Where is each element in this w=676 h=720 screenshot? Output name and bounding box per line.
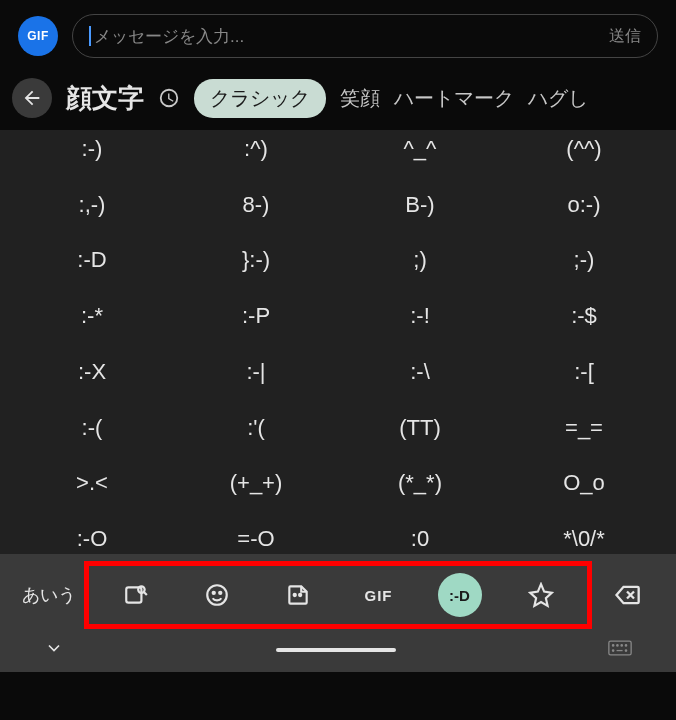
arrow-left-icon: [21, 87, 43, 109]
backspace-button[interactable]: [592, 581, 662, 609]
backspace-icon: [613, 581, 641, 609]
emoticon-cell[interactable]: ;-): [502, 246, 666, 276]
emoticon-cell[interactable]: :-$: [502, 301, 666, 331]
emoji-icon: [204, 582, 230, 608]
gif-chip[interactable]: GIF: [18, 16, 58, 56]
chevron-down-icon: [44, 638, 64, 658]
svg-point-3: [207, 585, 227, 605]
svg-point-4: [212, 592, 214, 594]
tab-smile[interactable]: 笑顔: [340, 85, 380, 112]
emoticon-cell[interactable]: :-(: [10, 413, 174, 443]
emoticon-cell[interactable]: :-X: [10, 357, 174, 387]
keyboard-icon: [608, 639, 632, 657]
tab-heart[interactable]: ハートマーク: [394, 85, 514, 112]
highlighted-nav: GIF :-D: [84, 561, 592, 629]
message-input[interactable]: メッセージを入力... 送信: [72, 14, 658, 58]
emoticon-cell[interactable]: :-!: [338, 301, 502, 331]
nav-handle[interactable]: [276, 648, 396, 652]
svg-point-11: [612, 645, 613, 646]
sticker-button[interactable]: [276, 573, 320, 617]
emoticon-cell[interactable]: :0: [338, 524, 502, 554]
svg-point-7: [299, 594, 301, 596]
favorites-button[interactable]: [519, 573, 563, 617]
emoticon-cell[interactable]: ^_^: [338, 134, 502, 164]
emoticon-cell[interactable]: :-P: [174, 301, 338, 331]
tab-hug[interactable]: ハグし: [528, 85, 588, 112]
system-nav-row: [14, 624, 662, 666]
text-cursor: [89, 26, 91, 46]
category-bar: 顔文字 クラシック 笑顔 ハートマーク ハグし: [0, 72, 676, 130]
emoticon-cell[interactable]: >.<: [10, 469, 174, 499]
emoticon-cell[interactable]: =_=: [502, 413, 666, 443]
emoticon-cell[interactable]: :,-): [10, 190, 174, 220]
emoticon-cell[interactable]: :-[: [502, 357, 666, 387]
back-button[interactable]: [12, 78, 52, 118]
emoticon-cell[interactable]: :-|: [174, 357, 338, 387]
emoticon-cell[interactable]: :-): [10, 134, 174, 164]
keyboard-switch-button[interactable]: [608, 639, 632, 661]
star-icon: [528, 582, 554, 608]
svg-point-12: [617, 645, 618, 646]
svg-point-5: [219, 592, 221, 594]
emoticon-cell[interactable]: :-D: [10, 246, 174, 276]
emoticon-cell[interactable]: :-\: [338, 357, 502, 387]
emoji-button[interactable]: [195, 573, 239, 617]
emoticon-cell[interactable]: o:-): [502, 190, 666, 220]
svg-rect-10: [609, 641, 631, 655]
emoticon-cell[interactable]: ;): [338, 246, 502, 276]
emoticon-cell[interactable]: (TT): [338, 413, 502, 443]
image-search-button[interactable]: [114, 573, 158, 617]
kaomoji-button[interactable]: :-D: [438, 573, 482, 617]
emoticon-cell[interactable]: 8-): [174, 190, 338, 220]
emoticon-cell[interactable]: :-O: [10, 524, 174, 554]
image-search-icon: [123, 582, 149, 608]
tab-classic[interactable]: クラシック: [194, 79, 326, 118]
emoticon-cell[interactable]: :'(: [174, 413, 338, 443]
page-title: 顔文字: [66, 81, 144, 116]
collapse-button[interactable]: [44, 638, 64, 662]
emoticon-cell[interactable]: :-*: [10, 301, 174, 331]
svg-point-13: [621, 645, 622, 646]
emoticon-cell[interactable]: =-O: [174, 524, 338, 554]
bottom-toolbar: あいう GIF :-D: [0, 554, 676, 672]
emoticon-cell[interactable]: *\0/*: [502, 524, 666, 554]
gif-button[interactable]: GIF: [357, 573, 401, 617]
emoticon-cell[interactable]: (^^): [502, 134, 666, 164]
svg-line-2: [143, 592, 146, 595]
emoticon-grid: :-) :^) ^_^ (^^) :,-) 8-) B-) o:-) :-D }…: [0, 130, 676, 554]
send-button[interactable]: 送信: [609, 26, 641, 47]
svg-point-14: [625, 645, 626, 646]
input-placeholder: メッセージを入力...: [94, 25, 244, 48]
recent-icon[interactable]: [158, 87, 180, 109]
emoticon-cell[interactable]: (+_+): [174, 469, 338, 499]
kana-switch[interactable]: あいう: [14, 583, 84, 607]
emoticon-cell[interactable]: (*_*): [338, 469, 502, 499]
emoticon-cell[interactable]: B-): [338, 190, 502, 220]
svg-point-15: [612, 650, 613, 651]
svg-point-16: [625, 650, 626, 651]
emoticon-cell[interactable]: :^): [174, 134, 338, 164]
emoticon-cell[interactable]: }:-): [174, 246, 338, 276]
svg-point-6: [293, 594, 295, 596]
sticker-icon: [285, 582, 311, 608]
emoticon-cell[interactable]: O_o: [502, 469, 666, 499]
